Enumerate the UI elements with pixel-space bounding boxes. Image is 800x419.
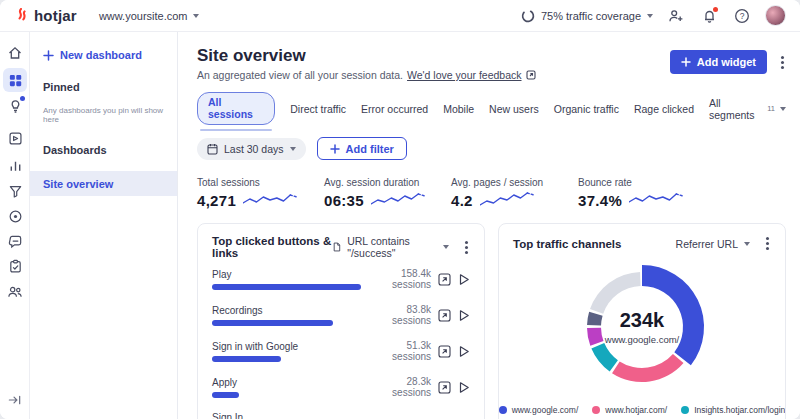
- feedback-icon[interactable]: [3, 229, 27, 253]
- open-heatmap-icon[interactable]: [438, 273, 451, 286]
- sparkline-chart: [629, 190, 683, 210]
- hotjar-logo[interactable]: hotjar: [14, 7, 77, 24]
- page-menu-icon[interactable]: [779, 54, 786, 71]
- invite-user-button[interactable]: [666, 6, 686, 26]
- all-segments-count: 11: [767, 104, 775, 113]
- external-link-icon: [526, 70, 536, 80]
- sessions-count: 158.4k sessions: [367, 268, 431, 290]
- metrics-row: Total sessions 4,271 Avg. session durati…: [197, 177, 786, 210]
- metric-label: Avg. session duration: [324, 177, 451, 188]
- add-widget-button[interactable]: Add widget: [670, 50, 767, 74]
- funnels-icon[interactable]: [3, 179, 27, 203]
- sessions-bar: [212, 284, 361, 290]
- metric-block: Bounce rate 37.4%: [578, 177, 705, 210]
- trends-icon[interactable]: [3, 153, 27, 177]
- chevron-down-icon: [744, 242, 750, 246]
- add-widget-label: Add widget: [697, 56, 756, 68]
- element-label: Play: [212, 269, 361, 280]
- play-recordings-icon[interactable]: [458, 381, 470, 394]
- donut-segment[interactable]: [587, 312, 603, 326]
- add-filter-button[interactable]: Add filter: [317, 137, 407, 160]
- donut-segment[interactable]: [587, 328, 603, 346]
- donut-segment[interactable]: [591, 343, 618, 371]
- segment-tab[interactable]: Rage clicked: [634, 103, 694, 115]
- url-filter-dropdown[interactable]: URL contains "/success": [333, 235, 449, 259]
- legend-dot: [499, 406, 507, 414]
- feedback-link[interactable]: We'd love your feedback: [407, 69, 521, 81]
- legend-label: www.hotjar.com/: [605, 405, 667, 415]
- recordings-icon[interactable]: [3, 126, 27, 150]
- widget-menu-icon[interactable]: [463, 239, 470, 256]
- segment-tab[interactable]: Mobile: [443, 103, 474, 115]
- all-segments-dropdown[interactable]: All segments 11: [709, 97, 786, 121]
- donut-segment[interactable]: [590, 272, 641, 314]
- play-recordings-icon[interactable]: [458, 345, 470, 358]
- widget-top-clicked: Top clicked buttons & links URL contains…: [197, 223, 485, 419]
- dashboards-sidebar: New dashboard Pinned Any dashboards you …: [30, 32, 178, 419]
- referrer-dropdown[interactable]: Referrer URL: [676, 238, 750, 250]
- segment-tab[interactable]: New users: [489, 103, 539, 115]
- widget-title: Top traffic channels: [513, 238, 621, 250]
- donut-segment[interactable]: [612, 354, 683, 382]
- open-heatmap-icon[interactable]: [438, 345, 451, 358]
- brand-name: hotjar: [34, 7, 77, 24]
- widget-menu-icon[interactable]: [764, 235, 771, 252]
- sessions-count: 51.3k sessions: [367, 340, 431, 362]
- widget-title: Top clicked buttons & links: [212, 235, 333, 259]
- segment-tabs: All sessions Direct traffic Error occurr…: [197, 92, 786, 125]
- collapse-sidebar-icon[interactable]: [7, 393, 22, 407]
- open-heatmap-icon[interactable]: [438, 381, 451, 394]
- metric-value: 06:35: [324, 192, 364, 209]
- pinned-hint: Any dashboards you pin will show here: [43, 106, 164, 124]
- traffic-coverage-dropdown[interactable]: 75% traffic coverage: [521, 9, 653, 23]
- site-selector[interactable]: www.yoursite.com: [99, 10, 199, 22]
- home-icon[interactable]: [3, 41, 27, 65]
- highlights-icon[interactable]: [3, 94, 27, 118]
- segment-tab[interactable]: Error occurred: [361, 103, 428, 115]
- metric-value: 37.4%: [578, 192, 622, 209]
- open-heatmap-icon[interactable]: [438, 309, 451, 322]
- sparkline-chart: [371, 190, 425, 210]
- dashboards-icon[interactable]: [3, 68, 27, 92]
- sidebar-item-site-overview[interactable]: Site overview: [30, 171, 177, 196]
- segment-tab-all-sessions[interactable]: All sessions: [197, 92, 275, 125]
- new-dashboard-button[interactable]: New dashboard: [43, 49, 177, 61]
- element-label: Recordings: [212, 305, 361, 316]
- page-icon: [333, 241, 341, 253]
- segment-tab[interactable]: Direct traffic: [290, 103, 346, 115]
- dashboards-heading: Dashboards: [43, 144, 177, 156]
- play-recordings-icon[interactable]: [458, 309, 470, 322]
- sessions-bar: [212, 356, 281, 362]
- traffic-donut-chart[interactable]: 234k www.google.com/: [569, 254, 715, 400]
- legend-dot: [681, 406, 689, 414]
- clicked-element-row: Play 158.4k sessions: [212, 268, 470, 290]
- metric-label: Avg. pages / session: [451, 177, 578, 188]
- page-title: Site overview: [197, 46, 536, 65]
- heatmaps-icon[interactable]: [3, 204, 27, 228]
- metric-block: Avg. pages / session 4.2: [451, 177, 578, 210]
- legend-item: www.google.com/: [499, 405, 579, 415]
- help-button[interactable]: ?: [732, 6, 752, 26]
- notifications-button[interactable]: [699, 6, 719, 26]
- legend-label: Insights.hotjar.com/login: [694, 405, 785, 415]
- traffic-coverage-label: 75% traffic coverage: [541, 10, 641, 22]
- notification-badge: [713, 7, 718, 12]
- hotjar-app-window: hotjar www.yoursite.com 75% traffic cove…: [0, 0, 800, 419]
- clicked-element-row: Sign In 28k sessions: [212, 412, 470, 419]
- main-content: Site overview An aggregated view of all …: [178, 32, 800, 419]
- donut-segment[interactable]: [642, 265, 704, 365]
- svg-text:?: ?: [740, 11, 745, 21]
- top-header: hotjar www.yoursite.com 75% traffic cove…: [0, 0, 800, 32]
- play-recordings-icon[interactable]: [458, 273, 470, 286]
- user-avatar[interactable]: [765, 5, 786, 26]
- widget-traffic-channels: Top traffic channels Referrer URL 234k w…: [498, 223, 786, 419]
- referrer-label: Referrer URL: [676, 238, 738, 250]
- segment-tab[interactable]: Organic traffic: [554, 103, 619, 115]
- surveys-icon[interactable]: [3, 254, 27, 278]
- interviews-icon[interactable]: [3, 279, 27, 303]
- add-filter-label: Add filter: [346, 143, 394, 155]
- all-segments-label: All segments: [709, 97, 762, 121]
- date-range-dropdown[interactable]: Last 30 days: [197, 138, 306, 160]
- filter-bar: Last 30 days Add filter: [197, 137, 786, 160]
- clicked-element-row: Recordings 83.8k sessions: [212, 304, 470, 326]
